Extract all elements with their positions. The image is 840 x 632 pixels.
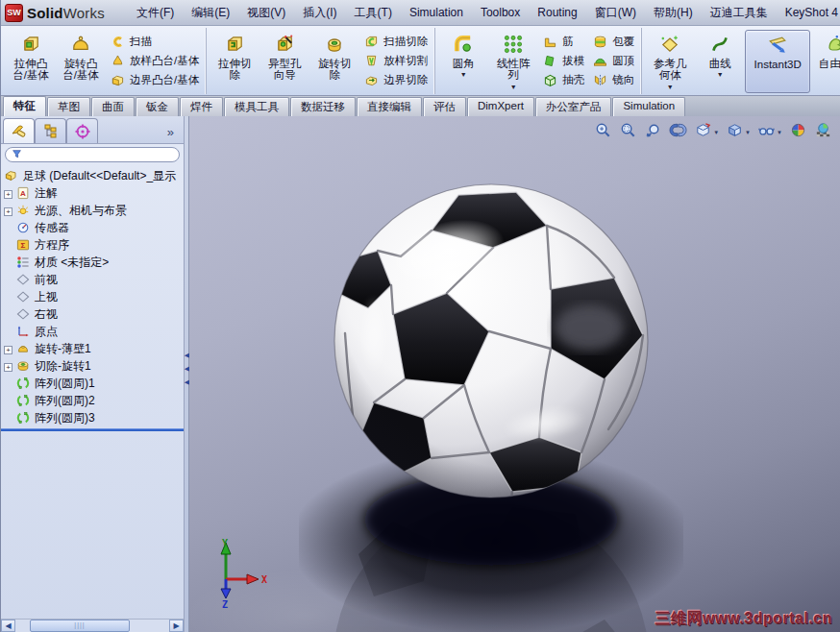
ribbon-button-曲线[interactable]: 曲线▼ bbox=[695, 30, 745, 93]
ribbon-button-包覆[interactable]: 包覆 bbox=[588, 33, 638, 51]
previous-view-button[interactable] bbox=[644, 121, 662, 143]
dropdown-arrow-icon[interactable]: ▼ bbox=[667, 84, 674, 90]
ribbon-button-拉伸凸台/基体[interactable]: 拉伸凸台/基体 bbox=[6, 30, 56, 93]
tree-item-阵列(圆周)1[interactable]: 阵列(圆周)1 bbox=[1, 375, 184, 392]
scrollbar-thumb[interactable] bbox=[30, 620, 130, 632]
tree-filter-box[interactable] bbox=[5, 147, 180, 162]
tree-item-切除-旋转1[interactable]: +切除-旋转1 bbox=[1, 357, 184, 375]
ribbon-button-拔模[interactable]: 拔模 bbox=[538, 52, 588, 70]
ribbon-button-镜向[interactable]: 镜向 bbox=[588, 71, 638, 89]
tab-直接编辑[interactable]: 直接编辑 bbox=[357, 97, 422, 116]
menu-item-8[interactable]: Routing bbox=[529, 2, 585, 23]
zoom-fit-button[interactable] bbox=[594, 121, 612, 143]
panel-expand-chevron[interactable]: » bbox=[167, 125, 180, 143]
ribbon-button-边界切除[interactable]: 边界切除 bbox=[359, 71, 432, 89]
menu-item-12[interactable]: KeyShot 4 bbox=[777, 2, 840, 23]
tab-数据迁移[interactable]: 数据迁移 bbox=[290, 97, 356, 116]
hide-show-items-button[interactable]: ▼ bbox=[757, 121, 782, 143]
ribbon-button-扫描切除[interactable]: 扫描切除 bbox=[359, 33, 432, 51]
tab-曲面[interactable]: 曲面 bbox=[91, 97, 135, 116]
tree-expander[interactable]: + bbox=[1, 186, 15, 200]
tab-评估[interactable]: 评估 bbox=[423, 97, 466, 116]
ribbon-button-线性阵列[interactable]: 线性阵列▼ bbox=[488, 30, 538, 93]
tree-item-前视[interactable]: 前视 bbox=[1, 271, 184, 288]
scroll-right-button[interactable]: ▶ bbox=[169, 620, 184, 632]
menu-item-2[interactable]: 编辑(E) bbox=[183, 1, 238, 25]
dropdown-arrow-icon[interactable]: ▼ bbox=[717, 71, 724, 78]
tree-item-材质 <未指定>[interactable]: 材质 <未指定> bbox=[1, 254, 184, 271]
ribbon-button-圆角[interactable]: 圆角▼ bbox=[438, 30, 488, 93]
view-orientation-button[interactable]: ▼ bbox=[694, 121, 719, 143]
tree-item-阵列(圆周)3[interactable]: 阵列(圆周)3 bbox=[1, 409, 184, 426]
dropdown-arrow-icon[interactable]: ▼ bbox=[460, 71, 467, 78]
tab-模具工具[interactable]: 模具工具 bbox=[224, 97, 289, 116]
panel-tab-display-manager[interactable] bbox=[35, 118, 66, 143]
ribbon-button-异型孔向导[interactable]: 异型孔向导 bbox=[259, 30, 309, 93]
tree-item-原点[interactable]: 原点 bbox=[1, 323, 184, 340]
dropdown-arrow-icon[interactable]: ▼ bbox=[777, 130, 782, 135]
menu-item-9[interactable]: 窗口(W) bbox=[586, 1, 645, 25]
panel-tab-feature-manager[interactable] bbox=[3, 118, 35, 143]
ribbon-button-旋转切除[interactable]: 旋转切除 bbox=[309, 30, 359, 93]
tree-item-方程序[interactable]: Σ方程序 bbox=[1, 236, 184, 254]
scroll-left-button[interactable]: ◀ bbox=[1, 620, 15, 632]
ribbon-button-边界凸台/基体[interactable]: 边界凸台/基体 bbox=[106, 71, 203, 89]
ribbon-button-筋[interactable]: 筋 bbox=[538, 33, 588, 51]
tree-item-光源、相机与布景[interactable]: +光源、相机与布景 bbox=[1, 202, 184, 219]
ribbon-button-拉伸切除[interactable]: 拉伸切除 bbox=[210, 30, 259, 93]
menu-item-1[interactable]: 文件(F) bbox=[128, 1, 183, 25]
dropdown-arrow-icon[interactable]: ▼ bbox=[713, 130, 719, 135]
svg-text:Σ: Σ bbox=[21, 241, 26, 250]
tree-item-传感器[interactable]: 传感器 bbox=[1, 219, 184, 236]
tab-DimXpert[interactable]: DimXpert bbox=[467, 97, 534, 116]
graphics-viewport[interactable]: ▼▼▼ bbox=[189, 116, 840, 632]
rollback-bar[interactable] bbox=[1, 428, 184, 431]
tab-焊件[interactable]: 焊件 bbox=[180, 97, 223, 116]
panel-tab-dimxpert-manager[interactable] bbox=[66, 118, 98, 143]
ribbon-button-参考几何体[interactable]: 参考几何体▼ bbox=[645, 30, 695, 93]
features-ribbon: 拉伸凸台/基体旋转凸台/基体扫描放样凸台/基体边界凸台/基体拉伸切除异型孔向导旋… bbox=[1, 26, 840, 96]
menu-item-10[interactable]: 帮助(H) bbox=[645, 1, 702, 25]
tree-item-足球 (Default<<Default>_显示[interactable]: 足球 (Default<<Default>_显示 bbox=[1, 167, 184, 184]
tab-Simulation[interactable]: Simulation bbox=[612, 97, 685, 116]
menu-item-5[interactable]: 工具(T) bbox=[346, 1, 401, 25]
section-view-button[interactable] bbox=[669, 121, 687, 143]
tree-item-上视[interactable]: 上视 bbox=[1, 288, 184, 305]
ribbon-button-圆顶[interactable]: 圆顶 bbox=[588, 52, 638, 70]
ribbon-button-扫描[interactable]: 扫描 bbox=[106, 33, 203, 51]
tree-expander[interactable]: + bbox=[1, 342, 15, 355]
panel-horizontal-scrollbar[interactable]: ◀ ▶ bbox=[1, 619, 184, 632]
tree-item-右视[interactable]: 右视 bbox=[1, 305, 184, 323]
filter-input[interactable] bbox=[26, 149, 173, 160]
ribbon-button-放样切割[interactable]: 放样切割 bbox=[359, 52, 432, 70]
tab-特征[interactable]: 特征 bbox=[3, 96, 46, 116]
menu-item-4[interactable]: 插入(I) bbox=[294, 1, 345, 25]
tab-钣金[interactable]: 钣金 bbox=[136, 97, 179, 116]
ribbon-button-Instant3D[interactable]: Instant3D bbox=[745, 30, 810, 93]
tree-item-旋转-薄壁1[interactable]: +旋转-薄壁1 bbox=[1, 340, 184, 357]
tree-expander[interactable]: + bbox=[1, 359, 15, 373]
tree-item-阵列(圆周)2[interactable]: 阵列(圆周)2 bbox=[1, 392, 184, 409]
ribbon-button-旋转凸台/基体[interactable]: 旋转凸台/基体 bbox=[56, 30, 106, 93]
menu-item-3[interactable]: 视图(V) bbox=[238, 1, 294, 25]
tree-expander[interactable]: + bbox=[1, 204, 15, 217]
ribbon-button-抽壳[interactable]: 抽壳 bbox=[538, 71, 588, 89]
zoom-area-button[interactable] bbox=[619, 121, 637, 143]
tab-办公室产品[interactable]: 办公室产品 bbox=[535, 97, 612, 116]
display-style-button[interactable]: ▼ bbox=[726, 121, 751, 143]
ribbon-button-放样凸台/基体[interactable]: 放样凸台/基体 bbox=[106, 52, 203, 70]
dropdown-arrow-icon[interactable]: ▼ bbox=[510, 84, 517, 90]
menu-item-6[interactable]: Simulation bbox=[401, 2, 472, 23]
dropdown-arrow-icon[interactable]: ▼ bbox=[745, 130, 751, 135]
menu-item-7[interactable]: Toolbox bbox=[472, 2, 529, 23]
circ-pattern-icon bbox=[15, 393, 31, 408]
menu-item-11[interactable]: 迈迪工具集 bbox=[702, 1, 777, 25]
boundary-icon bbox=[110, 72, 126, 88]
tree-item-注解[interactable]: +A注解 bbox=[1, 184, 184, 202]
ribbon-button-自由形[interactable]: 自由形 bbox=[810, 30, 840, 93]
tab-草图[interactable]: 草图 bbox=[47, 97, 90, 116]
ribbon-stack: 扫描放样凸台/基体边界凸台/基体 bbox=[106, 28, 203, 95]
apply-scene-button[interactable] bbox=[814, 121, 832, 143]
scrollbar-track[interactable] bbox=[16, 620, 168, 632]
edit-appearance-button[interactable] bbox=[789, 121, 807, 143]
